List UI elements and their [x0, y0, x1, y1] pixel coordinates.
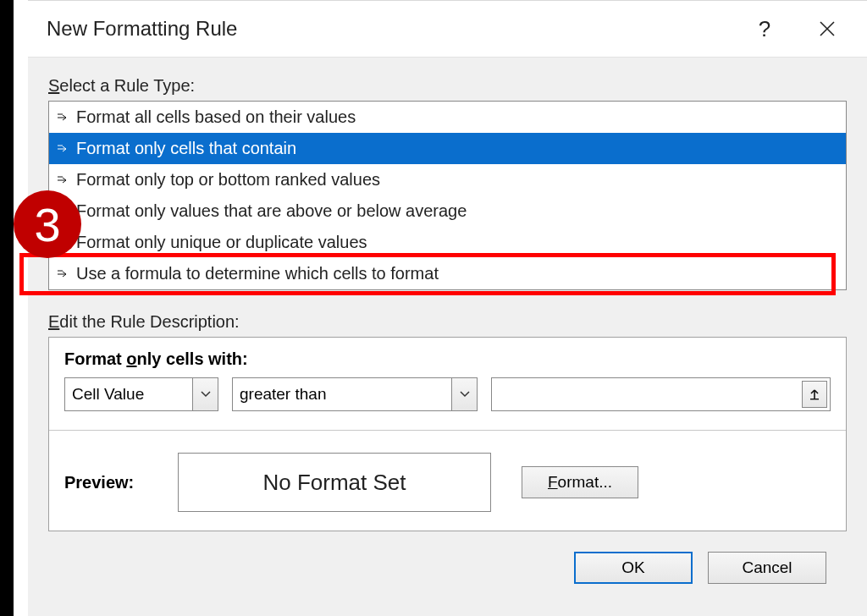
format-only-pre: Format: [64, 349, 126, 368]
value-input-wrap: [491, 377, 831, 411]
criteria-type-value: Cell Value: [65, 378, 192, 410]
rule-type-item[interactable]: Format only unique or duplicate values: [49, 227, 846, 258]
titlebar: New Formatting Rule ?: [28, 1, 867, 58]
bullet-icon: [58, 176, 76, 184]
range-selector-button[interactable]: [802, 381, 827, 408]
format-button-mnemonic: F: [548, 473, 558, 492]
edit-rule-mnemonic: E: [48, 312, 59, 331]
format-only-rest: nly cells with:: [137, 349, 248, 368]
criteria-row: Cell Value greater than: [64, 377, 831, 411]
dropdown-button[interactable]: [192, 378, 218, 410]
format-only-cells-with-label: Format only cells with:: [64, 349, 831, 369]
dropdown-button[interactable]: [451, 378, 477, 410]
rule-type-item[interactable]: Format only values that are above or bel…: [49, 195, 846, 227]
rule-type-label: Format only top or bottom ranked values: [76, 170, 380, 190]
edit-rule-description-label: Edit the Rule Description:: [48, 312, 847, 332]
dialog-title: New Formatting Rule: [47, 17, 743, 41]
preview-box: No Format Set: [178, 453, 491, 512]
rule-type-label: Format only unique or duplicate values: [76, 233, 367, 252]
criteria-type-combo[interactable]: Cell Value: [64, 377, 218, 411]
rule-type-item[interactable]: Format only cells that contain: [49, 133, 846, 164]
value-input[interactable]: [492, 378, 799, 410]
close-icon: [818, 19, 837, 38]
dialog-content: Select a Rule Type: Format all cells bas…: [28, 58, 867, 584]
rule-type-item[interactable]: Format all cells based on their values: [49, 102, 846, 133]
annotation-step-badge: 3: [14, 190, 81, 258]
rule-type-list[interactable]: Format all cells based on their values F…: [48, 101, 847, 290]
bullet-icon: [58, 113, 76, 122]
bullet-icon: [58, 145, 76, 153]
rule-type-label: Format only cells that contain: [76, 139, 296, 158]
ok-button[interactable]: OK: [574, 552, 693, 584]
rule-description-panel: Format only cells with: Cell Value great…: [48, 337, 847, 531]
collapse-dialog-icon: [809, 388, 820, 400]
format-button-text: ormat...: [558, 473, 612, 492]
select-rule-type-mnemonic: S: [48, 76, 59, 95]
edit-rule-text: dit the Rule Description:: [59, 312, 239, 331]
preview-row: Preview: No Format Set Format...: [64, 448, 831, 512]
page-left-margin: [0, 0, 14, 616]
titlebar-controls: ?: [743, 12, 855, 46]
divider: [49, 430, 846, 431]
dialog-buttons: OK Cancel: [48, 547, 847, 584]
rule-type-label: Use a formula to determine which cells t…: [76, 264, 439, 283]
rule-type-item[interactable]: Format only top or bottom ranked values: [49, 164, 846, 195]
chevron-down-icon: [201, 391, 211, 398]
rule-type-label: Format all cells based on their values: [76, 107, 356, 127]
new-formatting-rule-dialog: New Formatting Rule ? Select a Rule Type…: [28, 0, 867, 616]
help-button[interactable]: ?: [743, 12, 786, 46]
comparison-value: greater than: [233, 378, 451, 410]
format-only-mnemonic: o: [126, 349, 136, 368]
rule-type-item[interactable]: Use a formula to determine which cells t…: [49, 258, 846, 289]
comparison-combo[interactable]: greater than: [232, 377, 478, 411]
close-button[interactable]: [806, 12, 848, 46]
select-rule-type-text: elect a Rule Type:: [59, 76, 195, 95]
bullet-icon: [58, 270, 76, 278]
cancel-button[interactable]: Cancel: [708, 552, 826, 584]
rule-type-label: Format only values that are above or bel…: [76, 201, 467, 221]
chevron-down-icon: [460, 391, 470, 398]
select-rule-type-label: Select a Rule Type:: [48, 76, 847, 96]
svg-rect-0: [810, 399, 819, 399]
format-button[interactable]: Format...: [522, 466, 638, 498]
preview-label: Preview:: [64, 473, 157, 492]
